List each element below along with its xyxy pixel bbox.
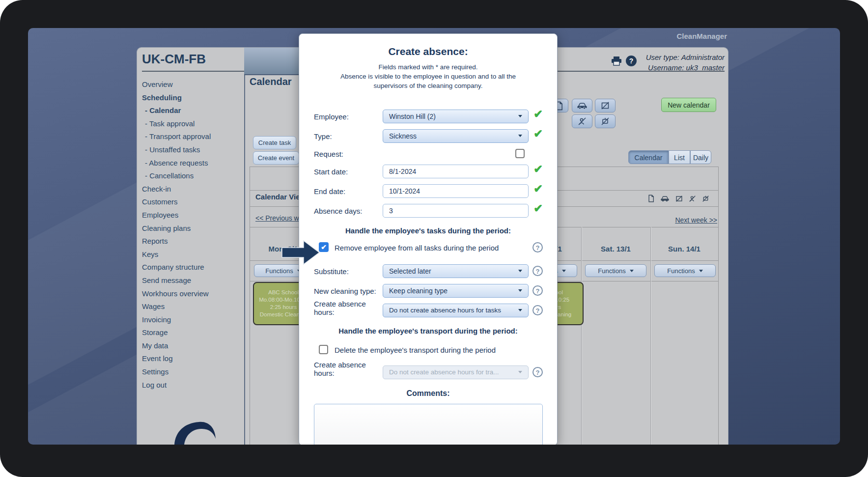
help-circle-icon[interactable]: ? (532, 285, 543, 296)
functions-button-sat[interactable]: Functions (585, 264, 646, 277)
functions-label: Functions (667, 267, 695, 275)
sidebar-item-calendar[interactable]: - Calendar (142, 104, 243, 117)
sidebar-item-company-structure[interactable]: Company structure (142, 261, 243, 274)
employee-select[interactable]: Winston Hill (2) (383, 110, 529, 123)
hide-unstaffed-tool-button[interactable] (595, 99, 616, 112)
slashed-tool-icon (702, 195, 709, 202)
sidebar-item-send-message[interactable]: Send message (142, 274, 243, 287)
sidebar-item-employees[interactable]: Employees (142, 209, 243, 222)
substitute-label: Substitute: (314, 267, 349, 276)
slashed-square-icon (601, 101, 610, 110)
new-calendar-button[interactable]: New calendar (661, 98, 716, 112)
tasks-section-heading: Handle the employee's tasks during the p… (299, 226, 557, 235)
comments-textarea[interactable] (314, 404, 543, 445)
absence-days-input[interactable] (383, 204, 529, 218)
hide-cancelled-tool-button[interactable] (595, 114, 616, 128)
logo-swirl (169, 421, 221, 445)
slashed-square-icon (675, 195, 683, 202)
substitute-value: Selected later (389, 267, 431, 275)
sidebar-item-my-data[interactable]: My data (142, 339, 243, 353)
tab-calendar[interactable]: Calendar (628, 150, 669, 164)
transport-tool-button[interactable] (572, 99, 592, 112)
section-heading: Calendar (250, 76, 292, 87)
dialog-title: Create absence: (299, 46, 557, 57)
new-cleaning-type-select[interactable]: Keep cleaning type (383, 284, 529, 298)
sidebar-item-storage[interactable]: Storage (142, 326, 243, 339)
chevron-down-icon (562, 270, 566, 272)
page-header-band (244, 48, 301, 75)
sidebar-item-log-out[interactable]: Log out (142, 379, 243, 392)
day-header-sun: Sun. 14/1 (650, 245, 718, 253)
end-date-input[interactable] (383, 184, 529, 198)
request-checkbox[interactable] (515, 149, 525, 158)
substitute-select[interactable]: Selected later (383, 264, 529, 278)
question-glyph: ? (536, 244, 540, 252)
sidebar-item-reports[interactable]: Reports (142, 235, 243, 248)
create-absence-hours-transport-select: Do not create absence hours for tra... (383, 365, 529, 379)
new-cleaning-type-value: Keep cleaning type (389, 287, 448, 295)
sidebar-item-settings[interactable]: Settings (142, 365, 243, 379)
absence-days-label: Absence days: (314, 207, 362, 215)
help-circle-icon[interactable]: ? (532, 367, 543, 377)
create-absence-hours-tasks-label: Create absence hours: (314, 300, 378, 316)
question-glyph: ? (536, 369, 540, 376)
create-task-button[interactable]: Create task (253, 136, 296, 149)
create-absence-hours-transport-value: Do not create absence hours for tra... (389, 368, 499, 376)
user-info: User type: Administrator Username: uk3_m… (540, 52, 725, 73)
sidebar-item-customers[interactable]: Customers (142, 196, 243, 209)
transport-section-heading: Handle the employee's transport during t… (299, 327, 557, 335)
sidebar-item-transport-approval[interactable]: - Transport approval (142, 130, 243, 143)
slashed-person-icon (689, 195, 696, 202)
employee-value: Winston Hill (2) (389, 112, 436, 120)
type-select[interactable]: Sickness (383, 129, 529, 143)
sidebar-item-overview[interactable]: Overview (142, 78, 243, 91)
valid-check-icon: ✔ (533, 108, 543, 121)
functions-label: Functions (598, 267, 625, 275)
tab-daily[interactable]: Daily (690, 150, 711, 164)
dialog-subtitle-3: supervisors of the cleaning company. (299, 82, 557, 89)
sidebar-item-cancellations[interactable]: - Cancellations (142, 169, 243, 183)
sidebar-item-unstaffed-tasks[interactable]: - Unstaffed tasks (142, 143, 243, 157)
pointer-arrow-icon (281, 239, 321, 266)
create-absence-hours-tasks-value: Do not create absence hours for tasks (389, 307, 501, 314)
device-frame: CleanManager UK-CM-FB ? User type: Admin (0, 0, 868, 477)
next-week-link[interactable]: Next week >> (619, 216, 717, 224)
create-absence-hours-transport-label: Create absence hours: (314, 361, 378, 377)
legend-icons (648, 195, 709, 202)
start-date-input[interactable] (383, 165, 529, 178)
chevron-down-icon (518, 115, 522, 117)
help-circle-icon[interactable]: ? (532, 242, 543, 253)
sidebar-item-workhours-overview[interactable]: Workhours overview (142, 287, 243, 301)
sidebar-item-keys[interactable]: Keys (142, 248, 243, 261)
sidebar-item-task-approval[interactable]: - Task approval (142, 117, 243, 131)
tab-list[interactable]: List (669, 150, 690, 164)
sidebar-item-cleaning-plans[interactable]: Cleaning plans (142, 222, 243, 235)
help-circle-icon[interactable]: ? (532, 266, 543, 276)
sidebar-item-absence-requests[interactable]: - Absence requests (142, 157, 243, 170)
create-event-button[interactable]: Create event (253, 151, 299, 165)
desktop-background: CleanManager UK-CM-FB ? User type: Admin (28, 28, 840, 445)
valid-check-icon: ✔ (533, 182, 543, 196)
slashed-tool-icon (601, 117, 610, 126)
table-col-divider (581, 227, 582, 445)
valid-check-icon: ✔ (533, 163, 543, 176)
check-icon: ✔ (321, 243, 327, 251)
type-label: Type: (314, 132, 332, 140)
car-icon (660, 196, 670, 202)
hide-absent-tool-button[interactable] (572, 114, 592, 128)
type-value: Sickness (389, 132, 417, 140)
sidebar-item-scheduling[interactable]: Scheduling (142, 91, 243, 105)
functions-button-sun[interactable]: Functions (654, 264, 716, 277)
sidebar-item-wages[interactable]: Wages (142, 300, 243, 313)
functions-label: Functions (265, 267, 293, 275)
create-absence-hours-tasks-select[interactable]: Do not create absence hours for tasks (383, 304, 529, 317)
car-icon (577, 102, 588, 110)
comments-label: Comments: (299, 389, 557, 398)
sidebar-item-event-log[interactable]: Event log (142, 352, 243, 365)
sidebar-item-invoicing[interactable]: Invoicing (142, 313, 243, 327)
sidebar-item-check-in[interactable]: Check-in (142, 183, 243, 196)
request-label: Request: (314, 150, 343, 158)
delete-transport-checkbox[interactable] (319, 345, 328, 354)
valid-check-icon: ✔ (533, 202, 543, 215)
help-circle-icon[interactable]: ? (532, 305, 543, 315)
